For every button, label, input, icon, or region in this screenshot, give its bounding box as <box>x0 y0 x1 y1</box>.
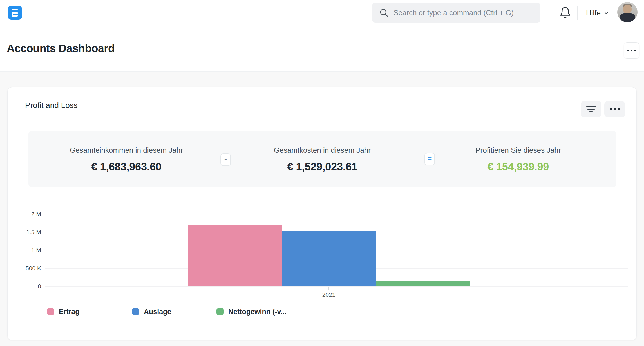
bar-auslage[interactable] <box>282 231 376 286</box>
help-menu[interactable]: Hilfe <box>586 0 609 26</box>
equals-operator-badge: = <box>424 153 435 165</box>
legend-item: Nettogewinn (-v... <box>216 308 286 316</box>
summary-value: € 1,683,963.60 <box>28 160 224 173</box>
chart-menu-button[interactable] <box>604 101 625 117</box>
y-tick-label: 500 K <box>8 265 41 272</box>
summary-total-income: Gesamteinkommen in diesem Jahr € 1,683,9… <box>28 131 224 187</box>
summary-value: € 154,939.99 <box>420 160 616 173</box>
minus-operator-badge: - <box>220 153 231 166</box>
summary-label: Profitieren Sie dieses Jahr <box>420 146 616 154</box>
search-input[interactable] <box>393 3 537 23</box>
y-tick-label: 2 M <box>8 210 41 218</box>
user-avatar[interactable] <box>617 2 638 22</box>
filter-icon <box>586 106 596 112</box>
card-title: Profit and Loss <box>25 101 78 110</box>
help-label: Hilfe <box>586 9 601 17</box>
bar-nettogewinn-v[interactable] <box>376 281 470 286</box>
summary-label: Gesamtkosten in diesem Jahr <box>224 146 420 154</box>
bar-ertrag[interactable] <box>188 225 282 286</box>
ellipsis-icon <box>627 50 629 51</box>
legend-item: Ertrag <box>47 308 80 316</box>
x-axis-tick <box>328 287 329 290</box>
search-icon <box>379 8 389 18</box>
bell-icon[interactable] <box>559 6 571 19</box>
avatar-face <box>623 5 632 14</box>
summary-total-expense: Gesamtkosten in diesem Jahr € 1,529,023.… <box>224 131 420 187</box>
y-tick-label: 1.5 M <box>8 229 41 236</box>
navbar-divider <box>577 6 578 20</box>
legend-label: Auslage <box>144 308 171 316</box>
navbar: Hilfe <box>0 0 644 26</box>
page-title: Accounts Dashboard <box>7 26 115 71</box>
summary-value: € 1,529,023.61 <box>224 160 420 173</box>
global-search[interactable] <box>372 3 540 23</box>
legend-label: Nettogewinn (-v... <box>228 308 286 316</box>
legend-color-dot <box>132 308 139 315</box>
chevron-down-icon <box>603 10 609 16</box>
page-menu-button[interactable] <box>624 42 639 59</box>
summary-label: Gesamteinkommen in diesem Jahr <box>28 146 224 154</box>
chart-filter-button[interactable] <box>581 101 601 117</box>
legend-color-dot <box>47 308 54 315</box>
avatar-shoulders <box>620 13 635 22</box>
profit-and-loss-card: Profit and Loss Gesamteinkommen in diese… <box>7 87 637 340</box>
ellipsis-icon <box>610 108 612 110</box>
erpnext-logo[interactable] <box>8 6 22 20</box>
page-header: Accounts Dashboard <box>0 26 644 72</box>
x-axis-label: 2021 <box>301 291 357 298</box>
logo-glyph-e <box>12 12 18 17</box>
legend-item: Auslage <box>132 308 171 316</box>
logo-glyph-bar <box>12 9 18 10</box>
legend-color-dot <box>216 308 224 315</box>
y-tick-label: 1 M <box>8 247 41 254</box>
legend-label: Ertrag <box>59 308 80 316</box>
summary-strip: Gesamteinkommen in diesem Jahr € 1,683,9… <box>28 131 616 187</box>
y-tick-label: 0 <box>8 283 41 290</box>
summary-profit: Profitieren Sie dieses Jahr € 154,939.99 <box>420 131 616 187</box>
gridline <box>45 214 628 214</box>
